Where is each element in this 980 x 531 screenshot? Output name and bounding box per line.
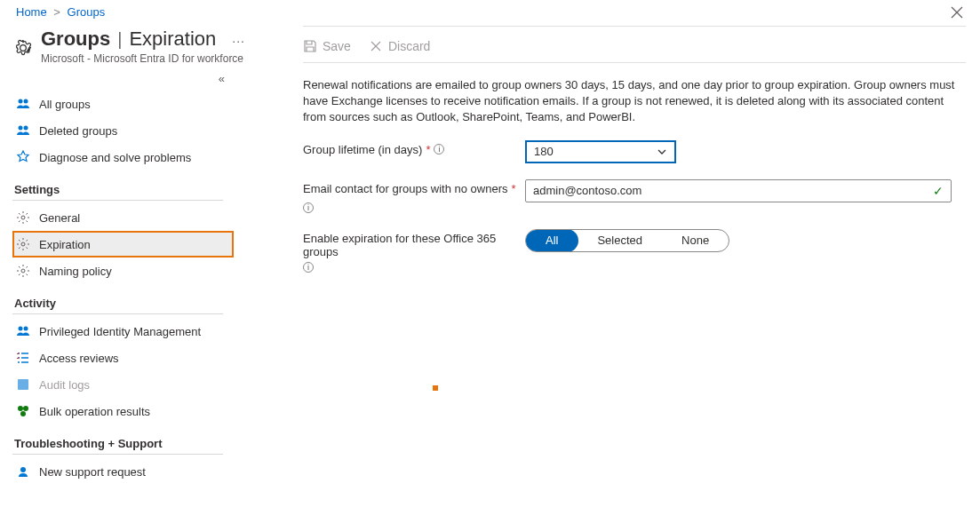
checklist-icon (16, 351, 30, 365)
gear-icon (14, 39, 32, 57)
sidebar-section-activity: Activity (12, 284, 223, 314)
page-section: Expiration (129, 28, 216, 51)
breadcrumb: Home > Groups (0, 0, 980, 22)
log-icon (16, 377, 30, 392)
pill-all[interactable]: All (525, 229, 578, 252)
svg-point-7 (19, 327, 23, 331)
gear-icon (16, 237, 30, 251)
discard-button[interactable]: Discard (369, 39, 430, 53)
check-icon: ✓ (933, 184, 944, 198)
groups-icon (16, 97, 30, 111)
enable-label: Enable expiration for these Office 365 g… (303, 229, 525, 273)
chevron-down-icon (657, 147, 667, 157)
save-button[interactable]: Save (303, 39, 351, 53)
info-icon[interactable]: i (434, 144, 444, 155)
discard-icon (369, 39, 383, 53)
sidebar-section-settings: Settings (12, 170, 223, 201)
gear-icon (16, 264, 30, 278)
gear-icon (16, 210, 30, 225)
lifetime-select[interactable]: 180 (525, 140, 676, 163)
lifetime-value: 180 (534, 145, 554, 158)
required-mark: * (426, 143, 430, 156)
breadcrumb-sep: > (53, 5, 60, 19)
info-icon[interactable]: i (303, 202, 314, 213)
lifetime-row: Group lifetime (in days) * i 180 (303, 140, 966, 163)
sidebar-item-expiration[interactable]: Expiration (12, 231, 234, 258)
sidebar-section-support: Troubleshooting + Support (12, 424, 223, 455)
breadcrumb-groups[interactable]: Groups (68, 5, 106, 19)
email-input[interactable]: admin@contoso.com ✓ (525, 179, 952, 202)
email-value: admin@contoso.com (533, 184, 641, 197)
save-label: Save (323, 39, 351, 53)
info-icon[interactable]: i (303, 262, 314, 273)
sidebar: Groups | Expiration ··· Microsoft - Micr… (0, 22, 234, 485)
sidebar-item-all-groups[interactable]: All groups (12, 91, 234, 117)
svg-point-1 (24, 99, 28, 104)
sidebar-item-label: Deleted groups (39, 124, 117, 138)
svg-point-6 (21, 269, 25, 273)
svg-point-4 (21, 216, 25, 219)
support-icon (16, 464, 30, 479)
sidebar-item-new-support[interactable]: New support request (12, 458, 234, 485)
svg-point-0 (19, 99, 23, 104)
sidebar-item-label: New support request (39, 465, 146, 479)
sidebar-item-naming-policy[interactable]: Naming policy (12, 258, 234, 284)
main-content: Save Discard Renewal notifications are e… (234, 22, 980, 485)
svg-point-13 (20, 467, 26, 472)
lifetime-label: Group lifetime (in days) * i (303, 140, 525, 156)
svg-point-10 (18, 406, 23, 411)
pill-selected[interactable]: Selected (578, 230, 662, 251)
svg-point-2 (19, 126, 23, 131)
svg-rect-9 (18, 379, 28, 390)
page-header: Groups | Expiration ··· Microsoft - Micr… (12, 22, 234, 67)
groups-icon (16, 123, 30, 138)
enable-row: Enable expiration for these Office 365 g… (303, 229, 966, 273)
svg-point-8 (24, 327, 28, 331)
sidebar-item-general[interactable]: General (12, 204, 234, 231)
email-label: Email contact for groups with no owners … (303, 179, 525, 213)
svg-point-5 (21, 242, 25, 246)
groups-icon (16, 324, 30, 338)
sidebar-item-label: Diagnose and solve problems (39, 151, 191, 164)
sidebar-item-label: Expiration (39, 238, 91, 251)
email-row: Email contact for groups with no owners … (303, 179, 966, 213)
sidebar-item-label: Naming policy (39, 265, 112, 278)
page-subtitle: Microsoft - Microsoft Entra ID for workf… (41, 52, 245, 65)
sidebar-item-pim[interactable]: Privileged Identity Management (12, 318, 234, 345)
sidebar-item-label: General (39, 211, 80, 225)
svg-point-11 (23, 406, 28, 411)
sidebar-item-access-reviews[interactable]: Access reviews (12, 345, 234, 371)
breadcrumb-home[interactable]: Home (16, 5, 47, 19)
bulk-icon (16, 404, 30, 418)
sidebar-item-label: Bulk operation results (39, 405, 150, 418)
page-title: Groups (41, 28, 110, 51)
marker-dot (433, 385, 438, 391)
description-text: Renewal notifications are emailed to gro… (303, 63, 960, 140)
pill-none[interactable]: None (662, 230, 729, 251)
enable-toggle: All Selected None (525, 229, 729, 252)
svg-point-3 (24, 126, 28, 131)
close-icon[interactable] (950, 5, 964, 24)
collapse-icon[interactable]: « (219, 72, 225, 85)
sidebar-item-label: Access reviews (39, 352, 119, 365)
sidebar-item-deleted-groups[interactable]: Deleted groups (12, 117, 234, 144)
sidebar-item-bulk-results[interactable]: Bulk operation results (12, 398, 234, 424)
save-icon (303, 39, 317, 53)
sidebar-item-label: Privileged Identity Management (39, 325, 201, 338)
sidebar-item-label: Audit logs (39, 378, 90, 392)
required-mark: * (512, 182, 516, 195)
discard-label: Discard (388, 39, 430, 53)
sidebar-item-audit-logs[interactable]: Audit logs (12, 371, 234, 398)
sidebar-item-diagnose[interactable]: Diagnose and solve problems (12, 144, 234, 170)
toolbar: Save Discard (303, 26, 966, 63)
svg-point-12 (20, 411, 26, 416)
sidebar-item-label: All groups (39, 98, 91, 111)
diagnose-icon (16, 150, 30, 164)
